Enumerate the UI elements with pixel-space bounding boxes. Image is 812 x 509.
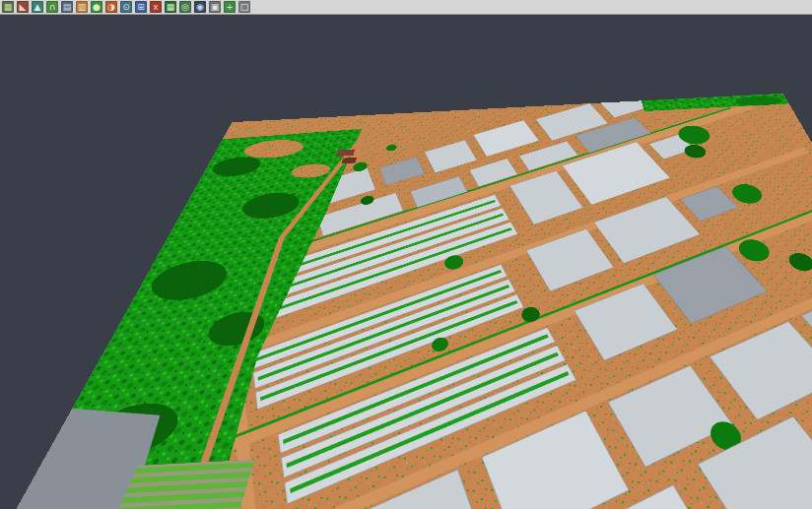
toolbar-measure-tool-icon[interactable]: ⊙ [120,1,132,13]
toolbar-ortho-tile-icon[interactable]: ▥ [76,1,88,13]
toolbar-classify-vegetation-icon[interactable]: ● [91,1,102,13]
toolbar-settings-icon[interactable]: ▢ [238,1,250,13]
terrain-tile-3d [0,94,812,509]
classified-point-cloud [0,94,812,509]
toolbar-raster-layer-icon[interactable]: ▦ [165,1,176,13]
toolbar-classify-ground-icon[interactable]: ◑ [105,1,117,13]
toolbar-point-cloud-icon[interactable]: ◎ [179,1,191,13]
toolbar-clip-volume-icon[interactable]: ◣ [17,1,29,13]
toolbar-snapshot-icon[interactable]: ▣ [209,1,221,13]
3d-viewport[interactable] [0,15,812,509]
toolbar-grid-view-icon[interactable]: ▤ [61,1,73,13]
toolbar-mesh-view-icon[interactable]: ▲ [32,1,43,13]
toolbar-dem-surface-icon[interactable]: ∩ [46,1,58,13]
toolbar-zoom-extents-icon[interactable]: ⊞ [135,1,147,13]
toolbar-delete-selection-icon[interactable]: x [150,1,162,13]
toolbar-add-layer-icon[interactable]: + [224,1,236,13]
main-toolbar: ▦◣▲∩▤▥●◑⊙⊞x▦◎◉▣+▢ [0,0,812,15]
toolbar-globe-view-icon[interactable]: ◉ [194,1,206,13]
toolbar-open-terrain-icon[interactable]: ▦ [2,1,14,13]
